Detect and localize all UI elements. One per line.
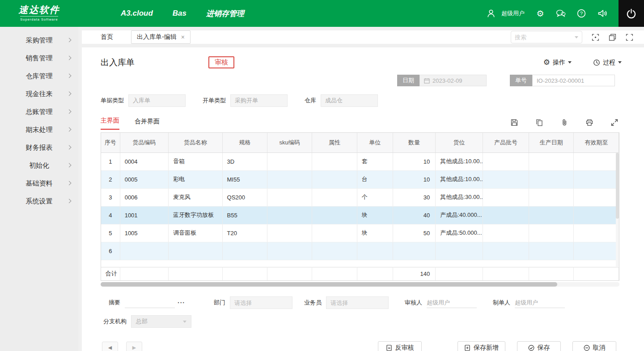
horizontal-scrollbar[interactable] [101, 282, 619, 287]
table-cell[interactable]: 块 [357, 206, 393, 224]
table-cell[interactable]: 0006 [120, 188, 168, 206]
sidebar-item-4[interactable]: 现金往来 [0, 85, 78, 103]
table-cell[interactable]: 2 [101, 170, 120, 188]
dept-select[interactable] [230, 296, 292, 309]
sidebar-item-1[interactable]: 采购管理 [0, 31, 78, 49]
table-cell[interactable]: 其他成品:30.00... [436, 188, 483, 206]
tab-home[interactable]: 首页 [101, 33, 113, 41]
restore-layout-icon[interactable] [608, 33, 616, 41]
table-cell[interactable] [169, 242, 222, 260]
table-cell[interactable] [436, 242, 483, 260]
tab-merge-view[interactable]: 合并界面 [135, 118, 160, 130]
order-type-input[interactable] [230, 94, 288, 107]
expand-grid-icon[interactable] [611, 119, 618, 126]
nav-edition[interactable]: Bas [173, 9, 186, 18]
table-cell[interactable]: B55 [222, 206, 267, 224]
column-header[interactable]: 数量 [393, 133, 435, 152]
actions-menu[interactable]: ⚙ 操作 [543, 59, 572, 67]
table-cell[interactable]: 40 [393, 206, 435, 224]
table-row[interactable]: 41001蓝牙数字功放板B55块40产成品:40.000... [101, 206, 619, 224]
table-cell[interactable] [393, 242, 435, 260]
close-tab-icon[interactable]: × [181, 34, 185, 41]
table-cell[interactable] [574, 170, 619, 188]
table-cell[interactable] [529, 206, 574, 224]
table-cell[interactable]: 30 [393, 188, 435, 206]
table-cell[interactable] [574, 242, 619, 260]
search-input[interactable] [515, 34, 572, 41]
table-cell[interactable] [529, 242, 574, 260]
nav-module[interactable]: 进销存管理 [206, 8, 244, 19]
table-cell[interactable] [312, 170, 357, 188]
table-cell[interactable]: 0004 [120, 152, 168, 170]
summary-more-button[interactable]: ··· [178, 299, 185, 306]
table-cell[interactable]: 10 [393, 152, 435, 170]
copy-rows-icon[interactable] [536, 119, 543, 126]
summary-input[interactable] [125, 297, 175, 308]
table-cell[interactable]: 50 [393, 224, 435, 242]
branch-select[interactable]: 总部 [131, 315, 191, 328]
user-icon[interactable] [486, 8, 496, 18]
table-cell[interactable] [312, 152, 357, 170]
table-cell[interactable] [529, 152, 574, 170]
column-header[interactable]: 货品编码 [120, 133, 168, 152]
table-cell[interactable] [120, 242, 168, 260]
table-cell[interactable] [267, 242, 312, 260]
table-cell[interactable]: 其他成品:10.00... [436, 152, 483, 170]
table-cell[interactable]: 调音面板 [169, 224, 222, 242]
table-cell[interactable]: 麦克风 [169, 188, 222, 206]
table-cell[interactable]: 蓝牙数字功放板 [169, 206, 222, 224]
unaudit-button[interactable]: 反审核 [378, 341, 422, 351]
table-cell[interactable] [267, 152, 312, 170]
sidebar-item-3[interactable]: 仓库管理 [0, 67, 78, 85]
sidebar-item-8[interactable]: 初始化 [0, 156, 78, 174]
table-cell[interactable] [574, 224, 619, 242]
cancel-button[interactable]: 取消 [572, 341, 616, 351]
table-cell[interactable] [312, 188, 357, 206]
table-cell[interactable]: 10 [393, 170, 435, 188]
tab-active-document[interactable]: 出入库单-编辑 × [131, 30, 191, 44]
table-cell[interactable] [483, 170, 529, 188]
docno-input[interactable]: IO-2023-02-00001 [532, 75, 615, 86]
table-cell[interactable] [267, 206, 312, 224]
help-icon[interactable]: ? [576, 8, 586, 18]
sidebar-item-7[interactable]: 财务报表 [0, 139, 78, 156]
process-menu[interactable]: 过程 [593, 59, 622, 67]
username[interactable]: 超级用户 [501, 9, 525, 17]
column-header[interactable]: 生产日期 [529, 133, 574, 152]
table-cell[interactable]: QS200 [222, 188, 267, 206]
table-cell[interactable] [529, 224, 574, 242]
warehouse-input[interactable] [321, 94, 378, 107]
table-cell[interactable]: 0005 [120, 170, 168, 188]
table-cell[interactable] [267, 224, 312, 242]
table-cell[interactable]: 块 [357, 224, 393, 242]
tab-main-view[interactable]: 主界面 [101, 117, 119, 130]
table-cell[interactable]: 个 [357, 188, 393, 206]
save-new-button[interactable]: 保存新增 [458, 341, 505, 351]
sidebar-item-6[interactable]: 期末处理 [0, 121, 78, 139]
vertical-scroll-thumb[interactable] [616, 153, 619, 219]
table-cell[interactable] [267, 170, 312, 188]
table-cell[interactable]: 3D [222, 152, 267, 170]
table-cell[interactable] [483, 224, 529, 242]
auditor-input[interactable] [427, 297, 477, 308]
table-cell[interactable] [312, 242, 357, 260]
table-cell[interactable]: T20 [222, 224, 267, 242]
table-cell[interactable] [483, 188, 529, 206]
table-row[interactable]: 51005调音面板T20块50产成品:50.000... [101, 224, 619, 242]
nav-product[interactable]: A3.cloud [121, 9, 153, 18]
table-cell[interactable] [267, 188, 312, 206]
table-cell[interactable] [483, 242, 529, 260]
date-input[interactable]: 2023-02-09 [419, 75, 487, 86]
logout-button[interactable] [619, 0, 644, 27]
column-header[interactable]: 货品名称 [169, 133, 222, 152]
sidebar-item-5[interactable]: 总账管理 [0, 103, 78, 121]
table-row[interactable]: 6 [101, 242, 619, 260]
chat-icon[interactable] [556, 8, 566, 18]
table-cell[interactable]: 音箱 [169, 152, 222, 170]
table-cell[interactable] [529, 188, 574, 206]
table-cell[interactable]: 彩电 [169, 170, 222, 188]
locate-icon[interactable] [591, 33, 599, 41]
table-cell[interactable] [312, 224, 357, 242]
table-cell[interactable]: 台 [357, 170, 393, 188]
table-cell[interactable] [312, 206, 357, 224]
